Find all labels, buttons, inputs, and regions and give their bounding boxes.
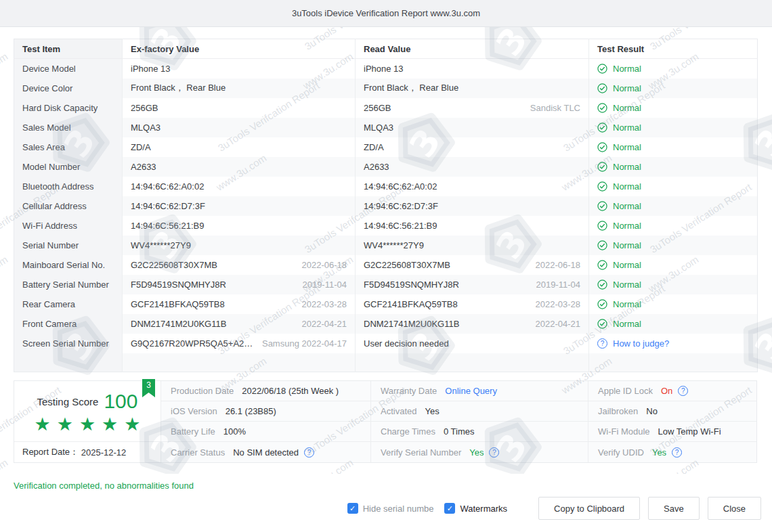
factory-note: 2019-11-04 [302, 280, 347, 290]
test-result-cell: Normal [589, 79, 758, 98]
close-button[interactable]: Close [708, 497, 761, 520]
test-result-label: Normal [613, 142, 641, 152]
read-value-cell: DNM21741M2U0KG11B2022-04-21 [356, 314, 589, 334]
read-value-cell [356, 353, 589, 372]
help-icon[interactable]: ? [489, 447, 499, 458]
test-result-label: Normal [613, 64, 641, 74]
info-label: Battery Life [171, 426, 215, 437]
table-row: Device Color Front Black， Rear Blue Fron… [14, 79, 758, 98]
table-row: Mainboard Serial No. G2C225608T30X7MB202… [14, 255, 758, 275]
help-icon[interactable]: ? [304, 447, 314, 458]
test-result-cell: Normal [589, 314, 758, 334]
table-row: Front Camera DNM21741M2U0KG11B2022-04-21… [14, 314, 758, 334]
ex-factory-cell: MLQA3 [123, 118, 356, 137]
check-circle-icon [597, 280, 607, 290]
table-row: Screen Serial Number G9Q2167R20WPR5QA5+A… [14, 334, 758, 353]
test-item-label: Front Camera [14, 314, 123, 334]
column-header-test-result: Test Result [589, 39, 758, 59]
test-item-label: Device Model [14, 59, 123, 79]
testing-score-label: Testing Score [37, 396, 99, 407]
table-row: Cellular Address 14:94:6C:62:D7:3F 14:94… [14, 196, 758, 216]
test-result-normal: Normal [597, 201, 749, 211]
factory-note: 2022-06-18 [302, 260, 347, 270]
test-result-label: Normal [613, 162, 641, 172]
read-value-cell: 14:94:6C:62:A0:02 [356, 177, 589, 196]
checkbox-checked-icon[interactable]: ✓ [347, 503, 358, 514]
info-value: 26.1 (23B85) [226, 406, 276, 416]
test-item-label: Device Color [14, 79, 123, 98]
ex-factory-cell: Front Black， Rear Blue [123, 79, 356, 98]
checkbox-label: Watermarks [460, 504, 507, 514]
read-value-cell: 256GBSandisk TLC [356, 98, 589, 118]
check-circle-icon [597, 162, 607, 172]
info-value: 100% [223, 426, 246, 437]
ex-factory-cell: 14:94:6C:56:21:B9 [123, 216, 356, 236]
copy-to-clipboard-button[interactable]: Copy to Clipboard [538, 497, 640, 520]
test-item-label: Rear Camera [14, 294, 123, 314]
how-to-judge-link[interactable]: ?How to judge? [597, 338, 749, 349]
test-result-normal: Normal [597, 83, 749, 93]
info-value: Low Temp Wi-Fi [658, 426, 721, 437]
check-circle-icon [597, 142, 607, 152]
info-label: Activated [381, 406, 416, 416]
test-result-label: Normal [613, 280, 641, 290]
help-icon[interactable]: ? [678, 386, 688, 396]
check-circle-icon [597, 103, 607, 113]
test-result-normal: Normal [597, 280, 749, 290]
info-label: Carrier Status [171, 447, 225, 458]
check-circle-icon [597, 64, 607, 74]
help-icon: ? [597, 338, 607, 349]
test-result-normal: Normal [597, 162, 749, 172]
checkbox-checked-icon[interactable]: ✓ [444, 503, 455, 514]
read-value-cell: 14:94:6C:62:D7:3F [356, 196, 589, 216]
factory-note: 2022-04-21 [302, 319, 347, 329]
test-result-cell [589, 353, 758, 372]
test-result-label: Normal [613, 83, 641, 93]
test-result-cell: Normal [589, 137, 758, 157]
button-group: Copy to ClipboardSaveClose [538, 497, 761, 520]
test-result-normal: Normal [597, 299, 749, 309]
test-result-cell: Normal [589, 196, 758, 216]
ex-factory-cell: G2C225608T30X7MB2022-06-18 [123, 255, 356, 275]
checkbox-watermarks[interactable]: ✓Watermarks [444, 503, 507, 514]
save-button[interactable]: Save [648, 497, 700, 520]
info-cell-carrier-status: Carrier StatusNo SIM detected? [160, 442, 370, 462]
test-result-cell: Normal [589, 216, 758, 236]
ex-factory-cell [123, 353, 356, 372]
test-result-cell: ?How to judge? [589, 334, 758, 353]
testing-score-box: 3 Testing Score100 ★★★★★ [14, 381, 160, 442]
table-row: Device Model iPhone 13 iPhone 13 Normal [14, 59, 758, 79]
check-circle-icon [597, 181, 607, 192]
read-note: 2022-06-18 [536, 260, 581, 270]
read-value-cell: ZD/A [356, 137, 589, 157]
read-value-cell: F5D94519SNQMHYJ8R2019-11-04 [356, 275, 589, 294]
checkbox-hide-serial-numbe[interactable]: ✓Hide serial numbe [347, 503, 434, 514]
check-circle-icon [597, 319, 607, 329]
check-circle-icon [597, 260, 607, 270]
test-result-label: Normal [613, 181, 641, 192]
ex-factory-cell: 256GB [123, 98, 356, 118]
test-item-label: Cellular Address [14, 196, 123, 216]
info-value: Yes [652, 447, 666, 458]
test-result-cell: Normal [589, 255, 758, 275]
info-cell-activated: ActivatedYes [370, 401, 588, 422]
info-value: 0 Times [444, 426, 475, 437]
table-empty-row [14, 353, 758, 372]
info-value: 2022/06/18 (25th Week ) [242, 386, 339, 396]
check-circle-icon [597, 240, 607, 250]
table-row: Rear Camera GCF2141BFKAQ59TB82022-03-28 … [14, 294, 758, 314]
info-value: On [661, 386, 672, 396]
test-item-label: Sales Model [14, 118, 123, 137]
help-icon[interactable]: ? [672, 447, 682, 458]
test-result-cell: Normal [589, 118, 758, 137]
table-row: Model Number A2633 A2633 Normal [14, 157, 758, 177]
ex-factory-cell: G9Q2167R20WPR5QA5+A200…Samsung 2022-04-1… [123, 334, 356, 353]
check-circle-icon [597, 299, 607, 309]
info-label: Apple ID Lock [598, 386, 653, 396]
info-value[interactable]: Online Query [445, 386, 497, 396]
test-result-label: Normal [613, 260, 641, 270]
checkbox-label: Hide serial numbe [363, 504, 434, 514]
info-label: Production Date [171, 386, 234, 396]
factory-note: 2022-03-28 [302, 299, 347, 309]
info-cell-apple-id-lock: Apple ID LockOn? [588, 381, 756, 401]
